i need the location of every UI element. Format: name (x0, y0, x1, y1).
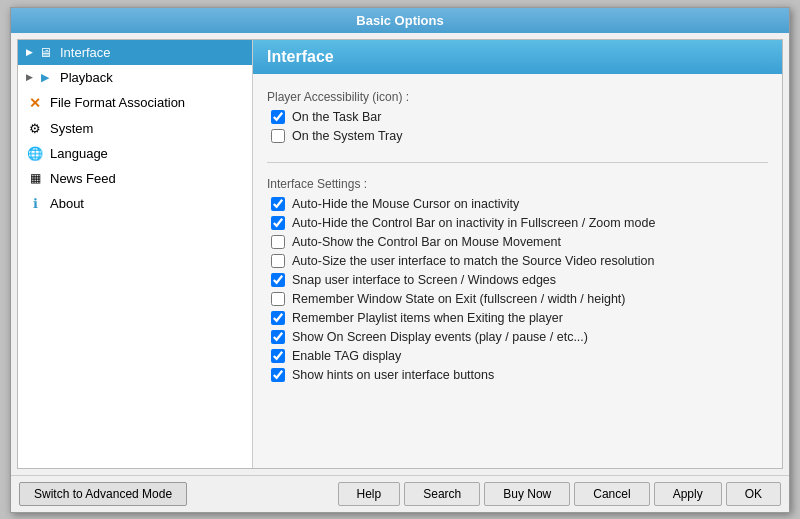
help-button[interactable]: Help (338, 482, 401, 506)
bottom-bar: Switch to Advanced Mode Help Search Buy … (11, 475, 789, 512)
label-taskbar: On the Task Bar (292, 110, 381, 124)
checkbox-row-taskbar: On the Task Bar (267, 110, 768, 124)
checkbox-autohide-controlbar[interactable] (271, 216, 285, 230)
checkbox-row-snap-screen: Snap user interface to Screen / Windows … (267, 273, 768, 287)
label-show-hints: Show hints on user interface buttons (292, 368, 494, 382)
checkbox-show-osd[interactable] (271, 330, 285, 344)
cancel-button[interactable]: Cancel (574, 482, 649, 506)
sidebar-label: Language (50, 146, 108, 161)
label-autoshow-controlbar: Auto-Show the Control Bar on Mouse Movem… (292, 235, 561, 249)
sidebar-label: About (50, 196, 84, 211)
checkbox-row-autoshow-controlbar: Auto-Show the Control Bar on Mouse Movem… (267, 235, 768, 249)
title-bar: Basic Options (11, 8, 789, 33)
label-snap-screen: Snap user interface to Screen / Windows … (292, 273, 556, 287)
system-icon: ⚙ (26, 121, 44, 136)
main-panel: Interface Player Accessibility (icon) : … (253, 40, 782, 468)
label-autosize-ui: Auto-Size the user interface to match th… (292, 254, 654, 268)
sidebar-label: Interface (60, 45, 111, 60)
checkbox-row-autohide-controlbar: Auto-Hide the Control Bar on inactivity … (267, 216, 768, 230)
checkbox-row-remember-playlist: Remember Playlist items when Exiting the… (267, 311, 768, 325)
label-autohide-controlbar: Auto-Hide the Control Bar on inactivity … (292, 216, 655, 230)
checkbox-row-show-hints: Show hints on user interface buttons (267, 368, 768, 382)
expand-arrow: ▶ (26, 72, 33, 82)
checkbox-row-remember-window: Remember Window State on Exit (fullscree… (267, 292, 768, 306)
settings-label: Interface Settings : (267, 177, 768, 191)
divider-1 (267, 162, 768, 163)
language-icon: 🌐 (26, 146, 44, 161)
checkbox-autosize-ui[interactable] (271, 254, 285, 268)
sidebar: ▶🖥Interface▶▶Playback✕File Format Associ… (18, 40, 253, 468)
sidebar-item-playback[interactable]: ▶▶Playback (18, 65, 252, 90)
settings-section: Interface Settings : Auto-Hide the Mouse… (253, 171, 782, 393)
checkbox-row-show-osd: Show On Screen Display events (play / pa… (267, 330, 768, 344)
checkbox-autoshow-controlbar[interactable] (271, 235, 285, 249)
sidebar-item-interface[interactable]: ▶🖥Interface (18, 40, 252, 65)
checkbox-enable-tag[interactable] (271, 349, 285, 363)
apply-button[interactable]: Apply (654, 482, 722, 506)
checkbox-remember-playlist[interactable] (271, 311, 285, 325)
sidebar-label: Playback (60, 70, 113, 85)
main-header: Interface (253, 40, 782, 74)
newsfeed-icon: ▦ (26, 171, 44, 185)
sidebar-item-system[interactable]: ⚙System (18, 116, 252, 141)
label-autohide-cursor: Auto-Hide the Mouse Cursor on inactivity (292, 197, 519, 211)
checkbox-taskbar[interactable] (271, 110, 285, 124)
ok-button[interactable]: OK (726, 482, 781, 506)
label-enable-tag: Enable TAG display (292, 349, 401, 363)
label-remember-playlist: Remember Playlist items when Exiting the… (292, 311, 563, 325)
checkbox-autohide-cursor[interactable] (271, 197, 285, 211)
sidebar-item-about[interactable]: ℹAbout (18, 191, 252, 216)
checkbox-row-autosize-ui: Auto-Size the user interface to match th… (267, 254, 768, 268)
about-icon: ℹ (26, 196, 44, 211)
accessibility-options: On the Task BarOn the System Tray (267, 110, 768, 143)
content-area: ▶🖥Interface▶▶Playback✕File Format Associ… (17, 39, 783, 469)
sidebar-label: System (50, 121, 93, 136)
checkbox-row-enable-tag: Enable TAG display (267, 349, 768, 363)
checkbox-remember-window[interactable] (271, 292, 285, 306)
playback-icon: ▶ (36, 71, 54, 84)
sidebar-label: News Feed (50, 171, 116, 186)
sidebar-item-news-feed[interactable]: ▦News Feed (18, 166, 252, 191)
sidebar-item-file-format[interactable]: ✕File Format Association (18, 90, 252, 116)
checkbox-snap-screen[interactable] (271, 273, 285, 287)
sidebar-label: File Format Association (50, 95, 185, 110)
label-remember-window: Remember Window State on Exit (fullscree… (292, 292, 625, 306)
label-show-osd: Show On Screen Display events (play / pa… (292, 330, 588, 344)
expand-arrow: ▶ (26, 47, 33, 57)
checkbox-row-autohide-cursor: Auto-Hide the Mouse Cursor on inactivity (267, 197, 768, 211)
label-systemtray: On the System Tray (292, 129, 402, 143)
fileformat-icon: ✕ (26, 95, 44, 111)
checkbox-show-hints[interactable] (271, 368, 285, 382)
checkbox-systemtray[interactable] (271, 129, 285, 143)
sidebar-item-language[interactable]: 🌐Language (18, 141, 252, 166)
accessibility-section: Player Accessibility (icon) : On the Tas… (253, 84, 782, 154)
switch-mode-button[interactable]: Switch to Advanced Mode (19, 482, 187, 506)
checkbox-row-systemtray: On the System Tray (267, 129, 768, 143)
settings-options: Auto-Hide the Mouse Cursor on inactivity… (267, 197, 768, 382)
search-button[interactable]: Search (404, 482, 480, 506)
accessibility-label: Player Accessibility (icon) : (267, 90, 768, 104)
main-window: Basic Options ▶🖥Interface▶▶Playback✕File… (10, 7, 790, 513)
buynow-button[interactable]: Buy Now (484, 482, 570, 506)
interface-icon: 🖥 (36, 45, 54, 60)
section-title: Interface (267, 48, 334, 65)
window-title: Basic Options (356, 13, 443, 28)
